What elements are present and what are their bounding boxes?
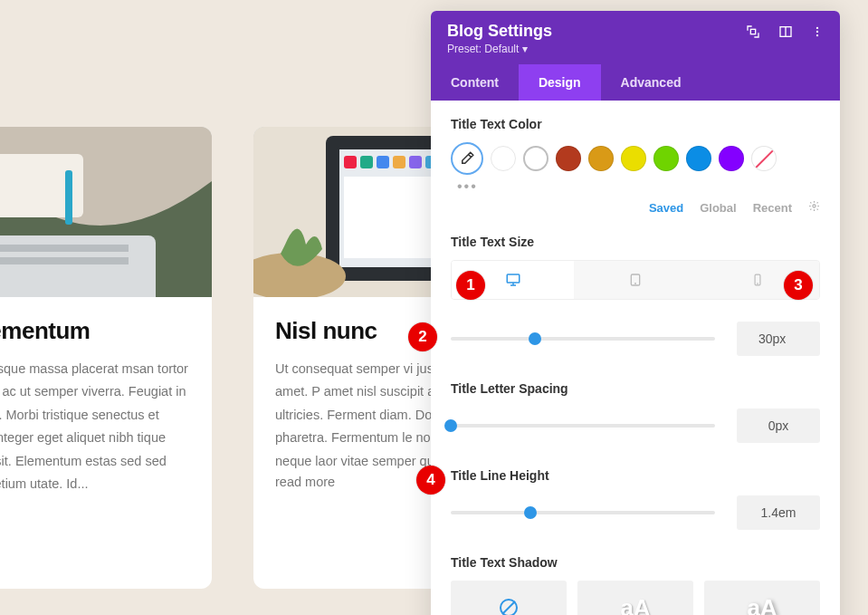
- shadow-section-label: Title Text Shadow: [451, 555, 820, 570]
- svg-point-21: [816, 26, 818, 28]
- svg-point-22: [816, 30, 818, 32]
- card-image: [0, 127, 212, 297]
- filter-recent[interactable]: Recent: [753, 201, 792, 215]
- svg-rect-14: [409, 156, 422, 168]
- tab-design[interactable]: Design: [519, 64, 601, 101]
- more-icon[interactable]: [811, 25, 824, 38]
- letter-spacing-slider[interactable]: [451, 424, 715, 428]
- letter-spacing-input[interactable]: [737, 408, 820, 443]
- drag-icon[interactable]: [746, 24, 760, 39]
- shadow-option-2[interactable]: aA: [704, 581, 820, 615]
- shadow-option-1[interactable]: aA: [577, 581, 693, 615]
- svg-point-27: [635, 283, 636, 284]
- swatch-transparent[interactable]: [751, 146, 777, 171]
- svg-line-31: [502, 601, 515, 614]
- svg-point-24: [813, 205, 816, 207]
- size-section-label: Title Text Size: [451, 235, 820, 249]
- swatch-black[interactable]: [491, 146, 516, 171]
- line-height-slider[interactable]: [451, 511, 715, 514]
- panel-tabs: Content Design Advanced: [431, 64, 840, 101]
- callout-3: 3: [784, 271, 813, 300]
- svg-point-29: [758, 283, 758, 284]
- card-excerpt: pellentesque massa placerat msan tortor …: [0, 358, 190, 495]
- text-size-slider[interactable]: [451, 337, 715, 341]
- color-section-label: Title Text Color: [451, 117, 820, 131]
- spacing-section-label: Title Letter Spacing: [451, 381, 820, 396]
- filter-saved[interactable]: Saved: [649, 201, 683, 215]
- color-swatches: [451, 142, 820, 175]
- text-size-input[interactable]: [737, 322, 820, 356]
- callout-2: 2: [408, 322, 437, 351]
- swatch-yellow[interactable]: [621, 146, 646, 171]
- swatch-green[interactable]: [653, 146, 679, 171]
- svg-rect-11: [360, 156, 373, 168]
- tab-advanced[interactable]: Advanced: [601, 64, 701, 101]
- callout-1: 1: [456, 271, 485, 300]
- svg-rect-18: [750, 29, 755, 34]
- panel-header: Blog Settings Preset: Default ▾ C: [431, 11, 840, 101]
- swatch-orange[interactable]: [588, 146, 614, 171]
- more-swatches-icon[interactable]: •••: [457, 178, 820, 195]
- callout-4: 4: [416, 466, 445, 495]
- preset-selector[interactable]: Preset: Default ▾: [431, 43, 840, 64]
- blog-card: s elementum pellentesque massa placerat …: [0, 127, 212, 589]
- gear-icon[interactable]: [808, 200, 820, 215]
- swatch-blue[interactable]: [686, 146, 711, 171]
- svg-rect-13: [393, 156, 405, 168]
- settings-panel: Blog Settings Preset: Default ▾ C: [431, 11, 840, 615]
- line-height-input[interactable]: [737, 495, 820, 530]
- lineheight-section-label: Title Line Height: [451, 468, 820, 483]
- svg-rect-2: [0, 245, 129, 252]
- filter-global[interactable]: Global: [700, 201, 736, 215]
- swatch-purple[interactable]: [719, 146, 744, 171]
- swatch-red[interactable]: [556, 146, 581, 171]
- tab-content[interactable]: Content: [431, 64, 519, 101]
- svg-rect-12: [377, 156, 389, 168]
- swatch-white[interactable]: [523, 146, 548, 171]
- svg-rect-10: [344, 156, 357, 168]
- device-tab-tablet[interactable]: [574, 261, 696, 299]
- shadow-option-none[interactable]: [451, 581, 567, 615]
- shadow-options: aA aA: [451, 581, 820, 615]
- svg-rect-25: [507, 274, 520, 283]
- svg-point-23: [816, 34, 818, 35]
- svg-rect-6: [65, 170, 72, 225]
- device-tabs: [451, 260, 820, 300]
- card-title: s elementum: [0, 317, 190, 345]
- columns-icon[interactable]: [778, 24, 793, 39]
- panel-title: Blog Settings: [447, 22, 552, 41]
- eyedropper-button[interactable]: [451, 142, 483, 175]
- svg-rect-3: [0, 257, 129, 264]
